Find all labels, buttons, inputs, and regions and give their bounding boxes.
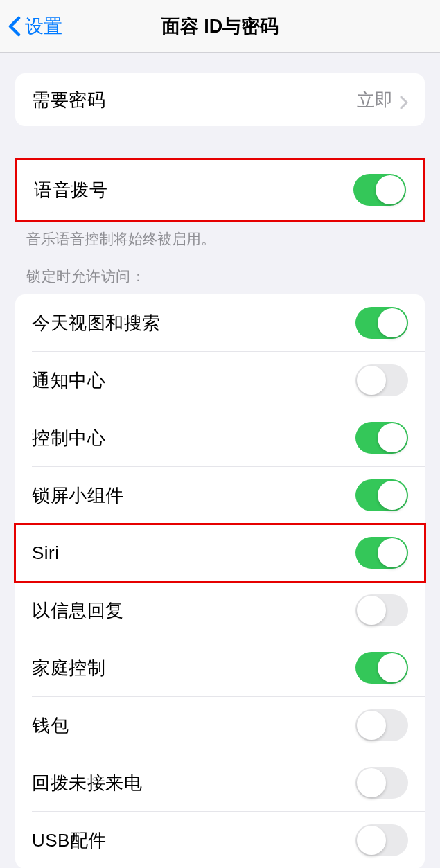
back-button[interactable]: 设置 — [8, 14, 62, 39]
page-title: 面容 ID与密码 — [161, 14, 279, 39]
lock-access-label: 通知中心 — [32, 369, 105, 393]
lock-access-row: 控制中心 — [32, 409, 425, 467]
lock-access-label: 钱包 — [32, 714, 69, 738]
chevron-left-icon — [8, 16, 21, 37]
passcode-group: 需要密码 立即 — [15, 73, 425, 126]
lock-access-label: USB配件 — [32, 829, 107, 853]
voice-dial-toggle[interactable] — [353, 174, 406, 206]
lock-access-label: 锁屏小组件 — [32, 484, 124, 508]
require-passcode-value: 立即 — [357, 88, 408, 112]
navigation-bar: 设置 面容 ID与密码 — [0, 0, 440, 53]
require-passcode-row[interactable]: 需要密码 立即 — [15, 73, 425, 126]
lock-access-label: 今天视图和搜索 — [32, 311, 161, 335]
voice-dial-label: 语音拨号 — [34, 178, 107, 202]
lock-access-toggle[interactable] — [355, 652, 408, 684]
lock-access-label: 家庭控制 — [32, 656, 105, 680]
lock-access-toggle[interactable] — [355, 594, 408, 626]
lock-access-row: USB配件 — [32, 812, 425, 868]
lock-access-row: 家庭控制 — [32, 639, 425, 697]
lock-access-group: 今天视图和搜索通知中心控制中心锁屏小组件Siri以信息回复家庭控制钱包回拨未接来… — [15, 294, 425, 868]
lock-access-row: 今天视图和搜索 — [32, 294, 425, 352]
voice-dial-footer: 音乐语音控制将始终被启用。 — [0, 222, 440, 249]
lock-access-label: 以信息回复 — [32, 599, 124, 623]
lock-access-row: Siri — [15, 524, 425, 582]
lock-access-toggle[interactable] — [355, 537, 408, 569]
voice-dial-group-highlight: 语音拨号 — [15, 158, 425, 222]
lock-access-label: 回拨未接来电 — [32, 771, 142, 795]
chevron-right-icon — [400, 93, 408, 107]
back-label: 设置 — [25, 14, 62, 39]
lock-access-row: 钱包 — [32, 697, 425, 754]
lock-access-row: 回拨未接来电 — [32, 754, 425, 812]
voice-dial-row: 语音拨号 — [17, 160, 423, 220]
lock-access-toggle[interactable] — [355, 422, 408, 454]
lock-access-label: Siri — [32, 542, 60, 564]
lock-access-row: 以信息回复 — [32, 582, 425, 639]
require-passcode-label: 需要密码 — [32, 88, 105, 112]
lock-access-row: 通知中心 — [32, 352, 425, 409]
lock-access-toggle[interactable] — [355, 824, 408, 856]
lock-access-toggle[interactable] — [355, 709, 408, 741]
lock-access-row: 锁屏小组件 — [32, 467, 425, 524]
lock-access-toggle[interactable] — [355, 307, 408, 339]
lock-access-toggle[interactable] — [355, 364, 408, 396]
lock-access-toggle[interactable] — [355, 767, 408, 799]
lock-access-label: 控制中心 — [32, 426, 105, 450]
lock-access-header: 锁定时允许访问： — [0, 249, 440, 294]
lock-access-toggle[interactable] — [355, 479, 408, 511]
